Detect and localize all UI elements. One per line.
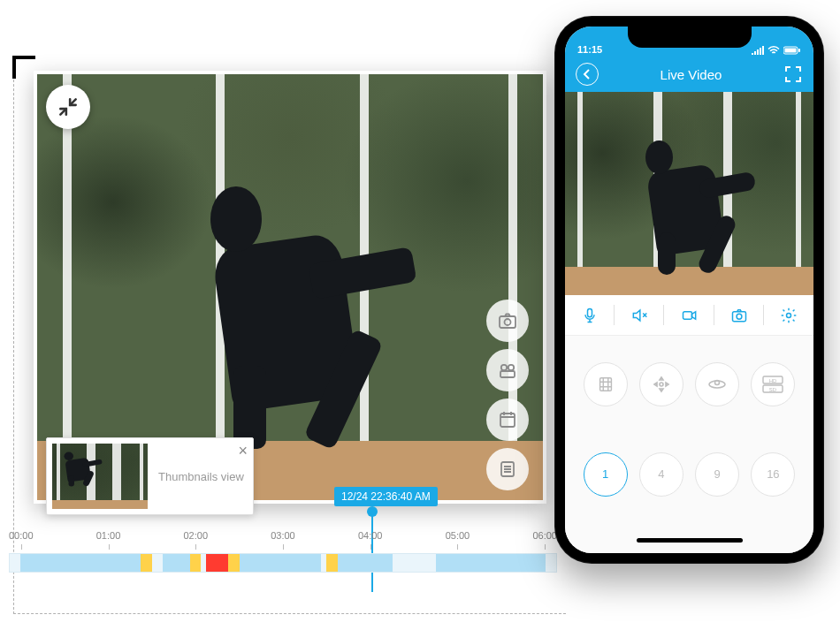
svg-point-2 (501, 365, 507, 370)
svg-rect-8 (785, 49, 797, 53)
phone-controls-area: HDSD 14916 (565, 336, 813, 553)
timeline-segment-blue[interactable] (338, 554, 393, 572)
phone-live-video[interactable] (565, 92, 813, 295)
settings-button[interactable] (764, 295, 813, 335)
svg-point-13 (737, 314, 742, 319)
close-icon: × (238, 442, 248, 459)
hd-sd-icon: HDSD (761, 375, 784, 394)
camera-count-9[interactable]: 9 (695, 452, 739, 497)
camera-count-1[interactable]: 1 (584, 452, 628, 497)
video-scene (37, 74, 543, 500)
camera-count-16[interactable]: 16 (751, 452, 795, 497)
fullscreen-button[interactable] (783, 65, 803, 84)
record-video-button[interactable] (664, 295, 714, 335)
svg-rect-0 (500, 316, 515, 328)
timeline-tick: 03:00 (271, 530, 295, 541)
mic-icon (581, 307, 599, 324)
svg-point-18 (715, 381, 720, 385)
svg-point-1 (505, 319, 511, 325)
record-button[interactable] (486, 349, 529, 391)
intruder-figure (199, 151, 431, 449)
svg-text:SD: SD (769, 387, 777, 392)
timeline-segment-yellow[interactable] (190, 554, 201, 572)
feature-row: HDSD (565, 353, 813, 415)
snapshot-photo-button[interactable] (714, 295, 764, 335)
timeline-segment-blue[interactable] (20, 554, 141, 572)
timeline-tick: 02:00 (183, 530, 208, 541)
close-thumbnails-button[interactable]: × (238, 442, 248, 460)
timeline-track[interactable] (9, 553, 557, 573)
timeline-tick: 05:00 (446, 530, 470, 541)
chevron-left-icon (582, 69, 592, 80)
phone-toolbar (565, 295, 813, 336)
timeline-tick: 06:00 (532, 530, 557, 541)
ptz-button[interactable] (639, 362, 683, 406)
thumbnail-preview[interactable] (52, 444, 148, 509)
signal-icon (752, 46, 764, 55)
phone-screen: 11:15 Live Video (565, 27, 813, 553)
timeline-segment-blue[interactable] (163, 554, 190, 572)
video-side-buttons (486, 300, 529, 490)
video-camera-icon (680, 307, 699, 324)
orbit-icon (706, 374, 728, 395)
timeline-ticks: 00:0001:0002:0003:0004:0005:0006:00 (0, 530, 566, 541)
svg-point-14 (786, 313, 790, 317)
svg-rect-5 (500, 414, 515, 427)
timeline-tick: 01:00 (96, 530, 121, 541)
back-button[interactable] (576, 63, 599, 86)
timeline-tick: 04:00 (358, 530, 383, 541)
status-time: 11:15 (577, 44, 602, 55)
film-icon (596, 375, 615, 394)
mic-button[interactable] (565, 295, 615, 335)
timeline-segment-yellow[interactable] (141, 554, 151, 572)
mute-button[interactable] (615, 295, 664, 335)
svg-point-3 (508, 365, 514, 370)
dpad-icon (651, 374, 672, 395)
timeline-segment-red[interactable] (206, 554, 228, 572)
svg-rect-4 (500, 371, 515, 377)
phone-notch (628, 27, 752, 48)
camera-count-4[interactable]: 4 (639, 452, 683, 497)
thumbnails-popup: Thumbnails view × (46, 437, 254, 515)
gear-icon (780, 307, 798, 324)
navbar-title: Live Video (661, 67, 722, 82)
svg-text:HD: HD (769, 378, 777, 383)
svg-rect-10 (588, 308, 592, 316)
timeline-segment-yellow[interactable] (228, 554, 239, 572)
clips-button[interactable] (584, 362, 628, 406)
home-indicator[interactable] (637, 538, 743, 543)
timeline[interactable]: 00:0001:0002:0003:0004:0005:0006:00 (0, 530, 566, 592)
timeline-segment-blue[interactable] (436, 554, 546, 572)
phone-navbar: Live Video (565, 57, 813, 92)
quality-button[interactable]: HDSD (751, 362, 795, 406)
list-button[interactable] (486, 448, 529, 490)
svg-point-16 (660, 383, 663, 386)
svg-rect-12 (732, 311, 745, 321)
exit-fullscreen-button[interactable] (46, 85, 90, 129)
svg-rect-11 (683, 311, 691, 318)
thumbnails-label: Thumbnails view (153, 470, 253, 483)
timeline-tick: 00:00 (9, 530, 34, 541)
calendar-button[interactable] (486, 398, 529, 441)
svg-rect-15 (599, 378, 611, 391)
timeline-segment-blue[interactable] (240, 554, 322, 572)
speaker-mute-icon (630, 307, 649, 324)
timeline-timestamp-tag: 12/24 22:36:40 AM (334, 487, 438, 506)
snapshot-button[interactable] (486, 300, 529, 342)
fullscreen-icon (784, 65, 802, 83)
wifi-icon (767, 46, 780, 55)
battery-icon (783, 46, 801, 55)
svg-rect-9 (798, 49, 800, 52)
shrink-icon (57, 95, 80, 118)
cloud-ptz-button[interactable] (695, 362, 739, 406)
camera-icon (729, 307, 749, 324)
camera-count-row: 14916 (565, 444, 813, 505)
timeline-segment-yellow[interactable] (326, 554, 337, 572)
phone-device-frame: 11:15 Live Video (554, 16, 824, 564)
